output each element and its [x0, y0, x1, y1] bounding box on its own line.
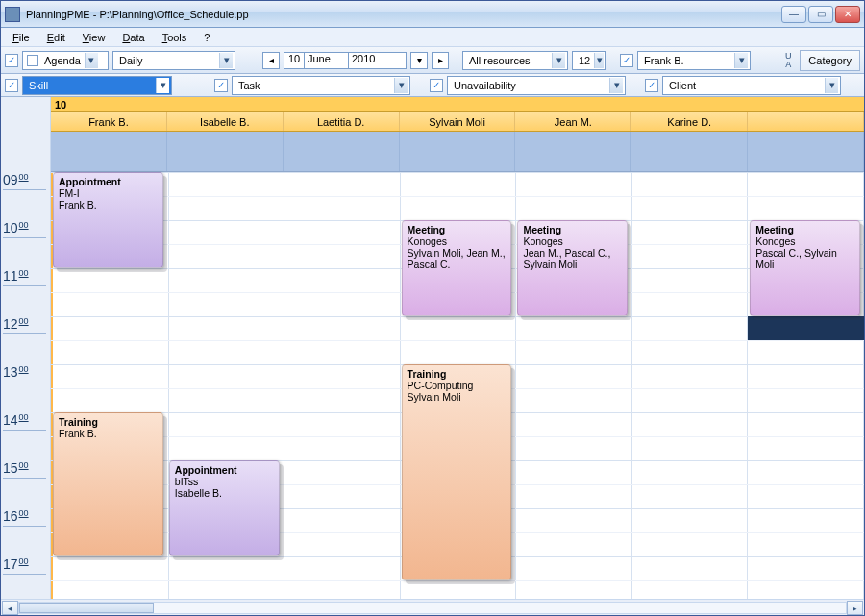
skill-check[interactable] [5, 79, 18, 92]
time-column: 090010001100120013001400150016001700 [1, 97, 51, 599]
scroll-left-button[interactable]: ◂ [2, 601, 18, 615]
close-button[interactable]: ✕ [835, 6, 860, 23]
event[interactable]: MeetingKonogesJean M., Pascal C., Sylvai… [517, 220, 628, 316]
date-year-input[interactable]: 2010 [349, 52, 407, 69]
day-number: 10 [55, 99, 66, 111]
menu-edit[interactable]: Edit [39, 30, 73, 45]
resource-count-combo[interactable]: 12 ▾ [572, 51, 606, 70]
sort-toggle[interactable]: U A [780, 52, 796, 69]
resource-header[interactable]: Isabelle B. [167, 112, 284, 131]
allday-bar [51, 132, 864, 172]
category-button[interactable]: Category [800, 50, 860, 71]
scroll-track[interactable] [18, 602, 847, 614]
menu-help[interactable]: ? [196, 30, 217, 45]
event[interactable]: TrainingFrank B. [53, 412, 163, 556]
chevron-down-icon: ▾ [156, 78, 169, 93]
menu-data[interactable]: Data [114, 30, 152, 45]
task-check[interactable] [214, 79, 228, 92]
skill-label: Skill [25, 80, 156, 91]
resource-header[interactable]: Frank B. [51, 112, 167, 131]
event[interactable]: AppointmentbITssIsabelle B. [169, 460, 280, 556]
grid-column[interactable] [284, 172, 401, 599]
task-label: Task [235, 80, 394, 91]
resource-header[interactable]: Karine D. [631, 112, 748, 131]
agenda-label: Agenda [40, 55, 85, 66]
date-day-input[interactable]: 10 [284, 52, 305, 69]
unavailability-label: Unavailability [450, 80, 609, 91]
event[interactable]: TrainingPC-ComputingSylvain Moli [402, 364, 512, 580]
window-title: PlanningPME - P:\Planning\Office_Schedul… [26, 9, 779, 20]
allday-cell[interactable] [515, 132, 631, 171]
grid-main: 10 Frank B.Isabelle B.Laetitia D.Sylvain… [51, 97, 864, 599]
toolbar-main: Agenda ▾ Daily ▾ ◂ 10 June 2010 ▾ ▸ All … [1, 47, 864, 74]
event[interactable]: MeetingKonogesPascal C., Sylvain Moli [750, 220, 860, 316]
time-label: 1600 [3, 508, 29, 524]
person-combo[interactable]: Frank B. ▾ [637, 51, 751, 70]
scroll-thumb[interactable] [19, 603, 154, 613]
resources-combo[interactable]: All resources ▾ [462, 51, 568, 70]
chevron-down-icon: ▾ [552, 53, 565, 68]
menu-tools[interactable]: Tools [155, 30, 195, 45]
date-month-input[interactable]: June [305, 52, 349, 69]
time-label: 1400 [3, 412, 29, 428]
menubar: File Edit View Data Tools ? [1, 28, 864, 47]
chevron-down-icon: ▾ [734, 53, 748, 68]
daily-label: Daily [115, 55, 219, 66]
skill-combo[interactable]: Skill ▾ [22, 76, 172, 95]
minimize-button[interactable]: — [781, 6, 806, 23]
filter-bar: Skill ▾ Task ▾ Unavailability ▾ Client ▾ [1, 74, 864, 97]
horizontal-scrollbar[interactable]: ◂ ▸ [1, 599, 864, 615]
agenda-combo[interactable]: Agenda ▾ [22, 51, 109, 70]
allday-cell[interactable] [748, 132, 864, 171]
client-check[interactable] [645, 79, 658, 92]
date-prev-button[interactable]: ◂ [262, 52, 280, 69]
allday-cell[interactable] [631, 132, 748, 171]
person-label: Frank B. [640, 55, 734, 66]
time-label: 1100 [3, 268, 29, 283]
resource-count-label: 12 [575, 55, 594, 66]
resources-label: All resources [465, 55, 552, 66]
titlebar: PlanningPME - P:\Planning\Office_Schedul… [1, 1, 864, 28]
task-combo[interactable]: Task ▾ [232, 76, 410, 95]
date-next-button[interactable]: ▸ [432, 52, 449, 69]
day-bar: 10 [51, 97, 864, 112]
daily-combo[interactable]: Daily ▾ [112, 51, 235, 70]
resource-bar: Frank B.Isabelle B.Laetitia D.Sylvain Mo… [51, 112, 864, 132]
client-combo[interactable]: Client ▾ [662, 76, 841, 95]
resource-header[interactable]: Jean M. [515, 112, 631, 131]
time-label: 0900 [3, 172, 29, 187]
menu-file[interactable]: File [5, 30, 37, 45]
allday-cell[interactable] [400, 132, 516, 171]
client-label: Client [665, 80, 825, 91]
unavailability-combo[interactable]: Unavailability ▾ [447, 76, 626, 95]
allday-cell[interactable] [284, 132, 400, 171]
chevron-down-icon: ▾ [85, 53, 98, 68]
event[interactable]: MeetingKonogesSylvain Moli, Jean M., Pas… [402, 220, 512, 316]
time-label: 1200 [3, 316, 29, 332]
app-icon [5, 7, 20, 22]
agenda-check[interactable] [5, 54, 18, 67]
schedule-grid[interactable]: AppointmentFM-IFrank B.MeetingKonogesSyl… [51, 172, 864, 599]
grid-column[interactable] [632, 172, 749, 599]
date-dropdown-button[interactable]: ▾ [410, 52, 428, 69]
chevron-down-icon: ▾ [825, 78, 838, 93]
person-check[interactable] [620, 54, 633, 67]
category-label: Category [808, 55, 852, 66]
allday-cell[interactable] [167, 132, 284, 171]
unavailability-check[interactable] [430, 79, 443, 92]
menu-file-label: ile [19, 32, 30, 43]
date-box: 10 June 2010 [284, 51, 407, 70]
menu-view[interactable]: View [75, 30, 113, 45]
event[interactable]: AppointmentFM-IFrank B. [53, 172, 163, 268]
maximize-button[interactable]: ▭ [808, 6, 833, 23]
resource-header[interactable]: Laetitia D. [284, 112, 400, 131]
resource-header[interactable]: Sylvain Moli [400, 112, 516, 131]
chevron-down-icon: ▾ [609, 78, 623, 93]
scroll-right-button[interactable]: ▸ [847, 601, 863, 615]
chevron-down-icon: ▾ [594, 53, 604, 68]
calendar-icon [27, 55, 38, 66]
time-label: 1500 [3, 460, 29, 476]
resource-header[interactable] [748, 112, 864, 131]
allday-cell[interactable] [51, 132, 167, 171]
schedule-area: 090010001100120013001400150016001700 10 … [1, 97, 864, 599]
